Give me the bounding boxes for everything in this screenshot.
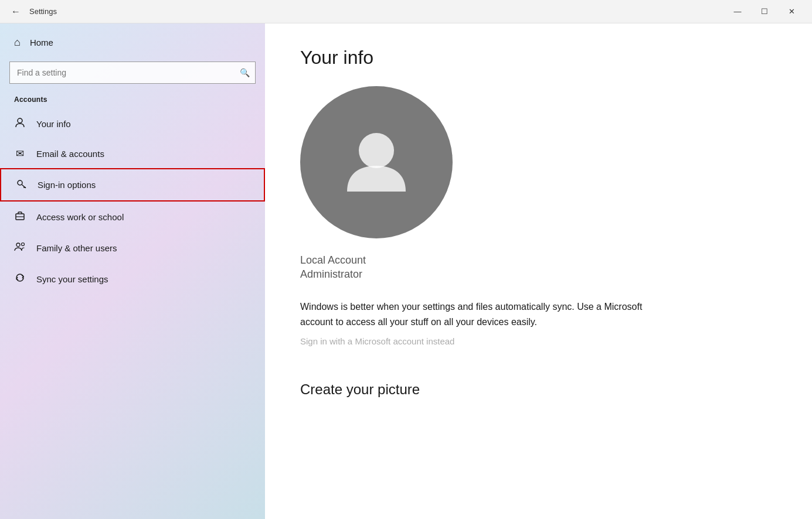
sync-icon <box>14 272 26 286</box>
close-button[interactable]: ✕ <box>778 0 805 23</box>
avatar-icon <box>335 121 417 203</box>
person-icon <box>14 117 26 131</box>
sidebar-item-home[interactable]: ⌂ Home <box>0 28 265 57</box>
email-icon: ✉ <box>14 148 26 160</box>
sidebar-item-label-access-work: Access work or school <box>36 212 124 222</box>
svg-point-9 <box>359 133 394 168</box>
content-area: Your info Local Account Administrator Wi… <box>265 23 812 519</box>
search-icon: 🔍 <box>240 68 250 77</box>
page-title: Your info <box>300 47 777 69</box>
sidebar-item-your-info[interactable]: Your info <box>0 108 265 139</box>
app-title: Settings <box>29 7 724 16</box>
minimize-button[interactable]: — <box>724 0 751 23</box>
svg-point-8 <box>22 243 25 246</box>
sidebar-item-label-sign-in: Sign-in options <box>38 180 96 190</box>
titlebar: ← Settings — ☐ ✕ <box>0 0 812 23</box>
sidebar-item-access-work[interactable]: Access work or school <box>0 202 265 233</box>
maximize-button[interactable]: ☐ <box>751 0 778 23</box>
svg-point-7 <box>16 243 20 247</box>
sync-message: Windows is better when your settings and… <box>300 299 652 329</box>
home-label: Home <box>30 37 53 47</box>
sidebar-item-sign-in-options[interactable]: Sign-in options <box>0 168 265 202</box>
home-icon: ⌂ <box>14 36 21 49</box>
briefcase-icon <box>14 210 26 224</box>
svg-point-0 <box>18 118 22 123</box>
key-icon <box>15 177 27 192</box>
main-layout: ⌂ Home 🔍 Accounts Your info ✉ Email & ac… <box>0 23 812 519</box>
sidebar-item-label-email: Email & accounts <box>36 149 104 159</box>
window-controls: — ☐ ✕ <box>724 0 805 23</box>
back-button[interactable]: ← <box>7 3 25 21</box>
account-role: Administrator <box>300 268 777 281</box>
create-picture-title: Create your picture <box>300 381 777 398</box>
sidebar-item-label-family: Family & other users <box>36 243 117 253</box>
account-name: Local Account <box>300 252 777 268</box>
section-title: Accounts <box>0 93 265 108</box>
sidebar-item-label-your-info: Your info <box>36 119 71 129</box>
sidebar: ⌂ Home 🔍 Accounts Your info ✉ Email & ac… <box>0 23 265 519</box>
family-icon <box>14 241 26 255</box>
sidebar-item-family-users[interactable]: Family & other users <box>0 233 265 264</box>
sidebar-item-label-sync: Sync your settings <box>36 274 108 284</box>
svg-point-1 <box>18 180 22 185</box>
avatar <box>300 86 453 238</box>
search-box: 🔍 <box>9 62 256 84</box>
sidebar-item-sync[interactable]: Sync your settings <box>0 264 265 295</box>
sidebar-item-email-accounts[interactable]: ✉ Email & accounts <box>0 139 265 168</box>
microsoft-account-link[interactable]: Sign in with a Microsoft account instead <box>300 336 454 346</box>
search-input[interactable] <box>9 62 256 84</box>
